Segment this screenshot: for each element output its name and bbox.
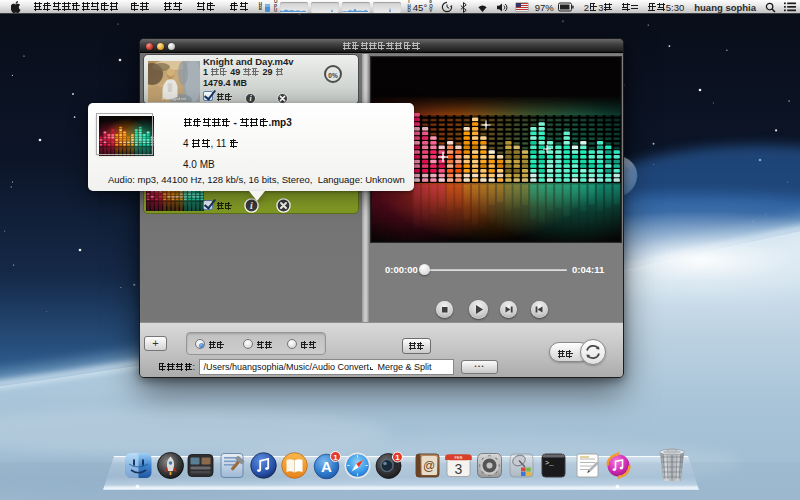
svg-text:3: 3 — [454, 461, 462, 477]
svg-text:@: @ — [422, 459, 434, 473]
svg-text:1: 1 — [395, 453, 400, 462]
svg-text:www.dygod.net: www.dygod.net — [162, 97, 186, 101]
svg-text:1: 1 — [333, 453, 338, 462]
svg-text:i: i — [250, 200, 253, 211]
svg-text:A: A — [321, 458, 332, 475]
svg-text:>_: >_ — [545, 459, 554, 467]
